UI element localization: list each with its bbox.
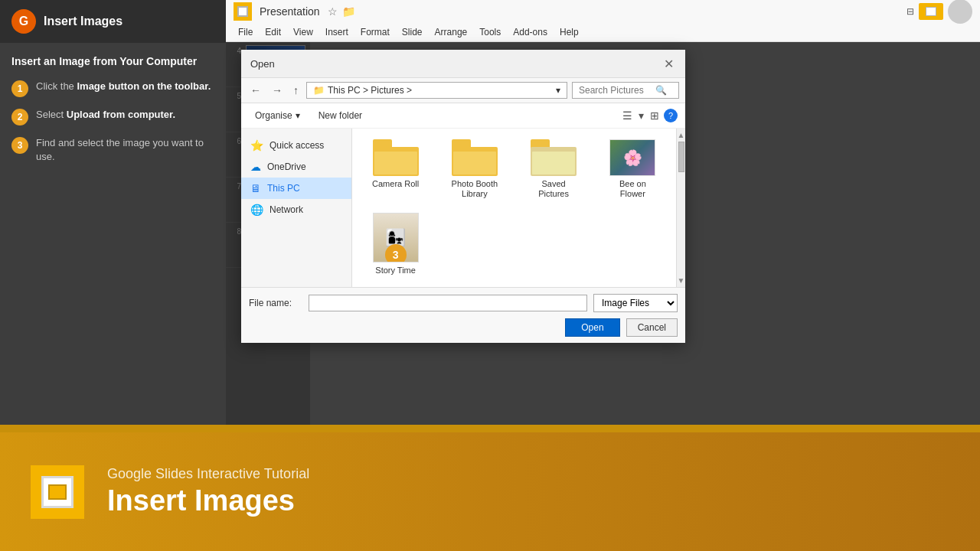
filename-label: File name: [249,298,302,308]
help-button[interactable]: ? [664,109,678,122]
file-item-story-time[interactable]: 👩‍👧 3 Story Time [360,210,431,279]
filetype-select[interactable]: Image Files [593,294,678,312]
saved-pictures-label: Saved Pictures [527,179,580,199]
view-details-button[interactable]: ☰ [621,108,634,123]
sidebar-item-network[interactable]: 🌐 Network [241,199,351,220]
menu-arrange[interactable]: Arrange [430,25,472,39]
nav-up-button[interactable]: ↑ [290,83,302,98]
step-2-number: 2 [11,109,28,126]
view-large-button[interactable]: ⊞ [648,108,661,123]
gold-strip [0,425,980,432]
step-3-text: Find and select the image you want to us… [36,136,214,164]
app-logo: G [11,9,36,34]
dialog-addressbar: ← → ↑ 📁 This PC > Pictures > ▾ 🔍 [241,78,685,103]
file-item-bee-on-flower[interactable]: 🌸 Bee on Flower [597,136,668,202]
story-time-thumb: 👩‍👧 3 [373,213,419,262]
left-panel-content: Insert an Image from Your Computer 1 Cli… [0,43,226,187]
menu-file[interactable]: File [234,25,257,39]
bee-on-flower-thumb: 🌸 [609,139,655,176]
sidebar-item-quick-access[interactable]: ⭐ Quick access [241,135,351,156]
step-3: 3 Find and select the image you want to … [11,136,214,164]
network-icon: 🌐 [250,204,263,216]
bottom-subtitle: Google Slides Interactive Tutorial [107,466,309,482]
dialog-title: Open [250,58,275,70]
slides-toolbar: Presentation ☆ 📁 ⊟ File Edit View Insert… [226,0,980,42]
slides-top-bar: Presentation ☆ 📁 ⊟ [226,0,980,23]
search-box: 🔍 [572,82,679,99]
organise-arrow-icon: ▾ [296,110,300,121]
menu-tools[interactable]: Tools [475,25,505,39]
file-item-saved-pictures[interactable]: Saved Pictures [518,136,590,202]
organise-label: Organise [255,110,292,121]
presentation-title[interactable]: Presentation [260,5,320,18]
dialog-close-button[interactable]: ✕ [661,56,676,71]
search-input[interactable] [579,85,655,96]
bottom-title: Insert Images [107,485,309,517]
dialog-buttons: Open Cancel [249,318,678,337]
photo-booth-label: Photo Booth Library [448,179,501,199]
dialog-body: ⭐ Quick access ☁ OneDrive 🖥 This PC 🌐 Ne… [241,129,685,287]
step-2-text: Select Upload from computer. [36,108,175,122]
bottom-text: Google Slides Interactive Tutorial Inser… [107,466,309,517]
scroll-thumb[interactable] [678,142,684,172]
scroll-down-arrow[interactable]: ▼ [675,274,688,287]
slides-logo-big [31,465,84,519]
saved-pictures-folder-icon [531,139,577,176]
left-panel-header: G Insert Images [0,0,226,43]
filename-input[interactable] [309,295,587,311]
sidebar-item-onedrive[interactable]: ☁ OneDrive [241,156,351,178]
step-3-badge: 3 [385,244,407,262]
quick-access-icon: ⭐ [250,139,263,152]
left-panel: G Insert Images Insert an Image from You… [0,0,226,444]
nav-back-button[interactable]: ← [247,83,264,98]
nav-forward-button[interactable]: → [269,83,286,98]
sidebar-network-label: Network [270,204,303,215]
gold-main-bar: Google Slides Interactive Tutorial Inser… [0,432,980,551]
bee-on-flower-label: Bee on Flower [606,179,659,199]
sidebar-item-this-pc[interactable]: 🖥 This PC [241,178,351,199]
open-dialog: Open ✕ ← → ↑ 📁 This PC > Pictures > ▾ 🔍 [241,50,685,343]
menu-addons[interactable]: Add-ons [508,25,552,39]
dialog-sidebar: ⭐ Quick access ☁ OneDrive 🖥 This PC 🌐 Ne… [241,129,352,287]
folder-icon[interactable]: 📁 [342,5,355,18]
open-button[interactable]: Open [565,318,619,337]
menu-help[interactable]: Help [555,25,583,39]
camera-roll-label: Camera Roll [372,179,419,189]
view-icons: ☰ ▾ ⊞ ? [621,108,678,123]
slides-btn[interactable] [919,3,943,20]
menu-insert[interactable]: Insert [321,25,353,39]
slides-app-icon [234,2,252,21]
minimize-btn[interactable]: ⊟ [906,6,914,17]
organise-button[interactable]: Organise ▾ [249,107,306,124]
step-1-number: 1 [11,80,28,97]
dialog-titlebar: Open ✕ [241,50,685,78]
sidebar-onedrive-label: OneDrive [267,161,306,172]
dialog-toolbar2: Organise ▾ New folder ☰ ▾ ⊞ ? [241,103,685,129]
dialog-scrollbar[interactable]: ▲ ▼ [676,129,685,287]
menu-slide[interactable]: Slide [397,25,427,39]
view-dropdown-button[interactable]: ▾ [637,108,645,123]
user-avatar[interactable] [948,0,972,24]
bottom-bar: Google Slides Interactive Tutorial Inser… [0,425,980,551]
file-item-camera-roll[interactable]: Camera Roll [360,136,431,202]
address-dropdown-icon[interactable]: ▾ [556,85,560,96]
menu-format[interactable]: Format [356,25,394,39]
menu-view[interactable]: View [289,25,318,39]
sidebar-quick-access-label: Quick access [270,140,324,151]
dialog-overlay: Open ✕ ← → ↑ 📁 This PC > Pictures > ▾ 🔍 [226,42,980,425]
star-icon[interactable]: ☆ [328,5,338,18]
step-1: 1 Click the Image button on the toolbar. [11,80,214,97]
address-text: This PC > Pictures > [328,85,412,96]
menu-edit[interactable]: Edit [260,25,286,39]
photo-booth-folder-icon [452,139,498,176]
scroll-track [678,142,685,274]
onedrive-icon: ☁ [250,161,261,173]
slides-logo-icon [41,476,74,508]
new-folder-button[interactable]: New folder [312,107,368,124]
instruction-heading: Insert an Image from Your Computer [11,54,214,68]
scroll-up-arrow[interactable]: ▲ [675,129,688,142]
slides-logo-inner [48,484,67,500]
address-path[interactable]: 📁 This PC > Pictures > ▾ [306,82,567,99]
cancel-button[interactable]: Cancel [626,318,678,337]
file-item-photo-booth[interactable]: Photo Booth Library [439,136,510,202]
